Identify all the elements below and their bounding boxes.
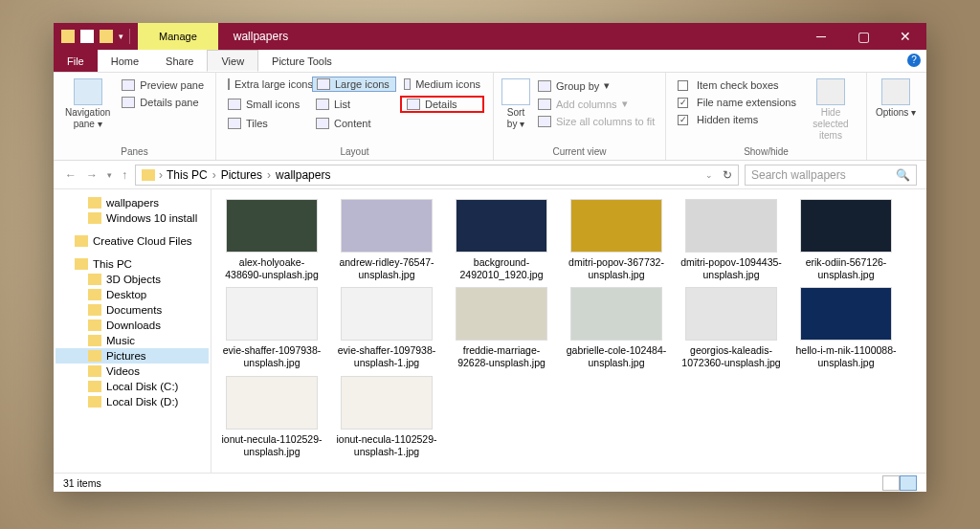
music-icon [88,335,101,346]
forward-button[interactable]: → [84,168,100,182]
thumbnail-icon [456,287,547,341]
navigation-pane-button[interactable]: Navigation pane ▾ [61,77,114,144]
file-name: hello-i-m-nik-1100088-unsplash.jpg [795,344,897,369]
group-by-button[interactable]: Group by ▾ [534,78,658,93]
layout-small-icons[interactable]: Small icons [224,96,308,113]
current-view-group-label: Current view [501,144,657,160]
file-item[interactable]: hello-i-m-nik-1100088-unsplash.jpg [795,287,897,369]
layout-extra-large-icons[interactable]: Extra large icons [224,77,308,92]
qat-folder-icon[interactable] [100,30,113,43]
crumb-wallpapers[interactable]: wallpapers [276,168,340,182]
add-columns-button[interactable]: Add columns ▾ [534,97,658,111]
tree-pictures[interactable]: Pictures [56,348,209,364]
file-name: dmitri-popov-1094435-unsplash.jpg [680,256,782,281]
layout-details[interactable]: Details [400,96,484,113]
layout-medium-icons[interactable]: Medium icons [400,77,484,92]
tree-wallpapers[interactable]: wallpapers [56,195,209,210]
hide-selected-button[interactable]: Hide selected items [804,77,858,144]
item-count: 31 items [63,477,101,489]
tab-view[interactable]: View [207,50,258,72]
navigation-pane-label: Navigation pane [65,107,110,129]
file-view[interactable]: alex-holyoake-438690-unsplash.jpgandrew-… [212,189,926,473]
folder-icon [142,169,155,181]
qat-icon[interactable] [61,30,75,43]
tree-windows-10-install[interactable]: Windows 10 install [56,210,209,226]
tree-local-disk-d-[interactable]: Local Disk (D:) [56,394,209,409]
refresh-icon[interactable]: ↻ [723,168,732,182]
tab-picture-tools[interactable]: Picture Tools [258,50,345,72]
tab-share[interactable]: Share [152,50,207,72]
tree-desktop[interactable]: Desktop [56,287,209,302]
docs-icon [88,304,101,316]
thumbnail-icon [800,287,892,341]
history-button[interactable]: ▾ [105,170,114,180]
thumbnails-view-toggle[interactable] [900,475,917,491]
crumb-this-pc[interactable]: This PC [167,168,221,182]
layout-content[interactable]: Content [312,117,396,130]
file-item[interactable]: background-2492010_1920.jpg [451,199,552,281]
search-input[interactable]: Search wallpapers 🔍 [745,165,917,186]
layout-tiles[interactable]: Tiles [224,117,308,130]
file-item[interactable]: ionut-necula-1102529-unsplash-1.jpg [336,376,437,458]
address-bar[interactable]: › This PCPictureswallpapers ⌄ ↻ [135,165,739,186]
layout-large-icons[interactable]: Large icons [312,77,396,92]
file-name: freddie-marriage-92628-unsplash.jpg [451,344,552,369]
file-item[interactable]: evie-shaffer-1097938-unsplash-1.jpg [336,287,437,369]
qat-check-icon[interactable]: ✓ [80,30,94,43]
file-name: andrew-ridley-76547-unsplash.jpg [336,256,437,281]
contextual-tab-manage[interactable]: Manage [138,23,218,50]
qat-overflow-icon[interactable]: ▾ [119,32,123,41]
tree-this-pc[interactable]: This PC [56,256,209,272]
tab-home[interactable]: Home [98,50,152,72]
thumbnail-icon [341,376,433,430]
search-placeholder: Search wallpapers [751,168,846,182]
details-view-toggle[interactable] [882,475,900,491]
check-file-name-extensions[interactable]: ✓File name extensions [674,96,800,109]
close-button[interactable]: ✕ [884,23,926,50]
up-button[interactable]: ↑ [120,168,129,182]
crumb-pictures[interactable]: Pictures [221,168,276,182]
check-hidden-items[interactable]: ✓Hidden items [674,113,800,126]
file-item[interactable]: dmitri-popov-1094435-unsplash.jpg [680,199,782,281]
file-item[interactable]: dmitri-popov-367732-unsplash.jpg [566,199,667,281]
tree-local-disk-c-[interactable]: Local Disk (C:) [56,379,209,394]
file-name: ionut-necula-1102529-unsplash-1.jpg [336,433,437,458]
file-item[interactable]: evie-shaffer-1097938-unsplash.jpg [221,287,323,369]
ribbon: Navigation pane ▾ Preview pane Details p… [54,73,926,161]
file-name: ionut-necula-1102529-unsplash.jpg [221,433,323,458]
address-dropdown-icon[interactable]: ⌄ [705,170,713,180]
size-columns-button[interactable]: Size all columns to fit [534,115,658,128]
check-item-check-boxes[interactable]: Item check boxes [674,78,800,92]
preview-pane-button[interactable]: Preview pane [118,78,208,92]
back-button[interactable]: ← [63,168,78,182]
tree-videos[interactable]: Videos [56,364,209,379]
file-item[interactable]: ionut-necula-1102529-unsplash.jpg [221,376,323,458]
details-pane-button[interactable]: Details pane [118,96,208,109]
help-icon[interactable]: ? [907,54,921,67]
tree-downloads[interactable]: Downloads [56,318,209,333]
options-button[interactable]: Options ▾ [875,77,917,155]
folder-icon [88,197,101,209]
maximize-button[interactable]: ▢ [842,23,884,50]
tree-music[interactable]: Music [56,333,209,348]
down-icon [88,320,101,331]
obj-icon [88,274,101,285]
file-item[interactable]: gabrielle-cole-102484-unsplash.jpg [566,287,667,369]
file-item[interactable]: freddie-marriage-92628-unsplash.jpg [451,287,552,369]
tree-documents[interactable]: Documents [56,302,209,318]
file-item[interactable]: georgios-kaleadis-1072360-unsplash.jpg [680,287,782,369]
file-item[interactable]: erik-odiin-567126-unsplash.jpg [795,199,897,281]
tree-creative-cloud-files[interactable]: Creative Cloud Files [56,233,209,249]
layout-list[interactable]: List [312,96,396,113]
desktop-icon [88,289,101,300]
file-name: gabrielle-cole-102484-unsplash.jpg [566,344,667,369]
navigation-tree[interactable]: wallpapersWindows 10 installCreative Clo… [54,189,212,473]
tree-3d-objects[interactable]: 3D Objects [56,272,209,287]
file-name: dmitri-popov-367732-unsplash.jpg [566,256,667,281]
file-item[interactable]: alex-holyoake-438690-unsplash.jpg [221,199,323,281]
cc-icon [75,235,88,247]
tab-file[interactable]: File [54,50,98,72]
file-item[interactable]: andrew-ridley-76547-unsplash.jpg [336,199,437,281]
sort-by-button[interactable]: Sort by ▾ [501,77,530,144]
minimize-button[interactable]: ─ [800,23,842,50]
